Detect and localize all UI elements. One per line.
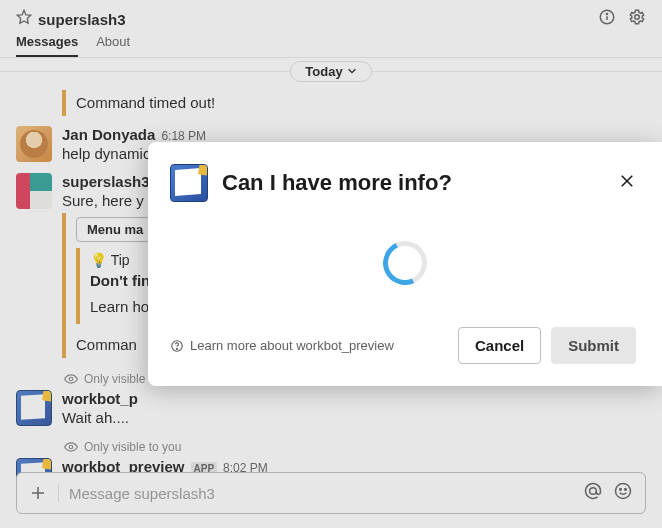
dialog-app-icon: [170, 164, 208, 202]
close-icon: [618, 172, 636, 190]
dialog: Can I have more info? Learn more about w…: [148, 142, 662, 386]
cancel-button[interactable]: Cancel: [458, 327, 541, 364]
help-icon: [170, 339, 184, 353]
loading-spinner: [377, 234, 433, 290]
dialog-title: Can I have more info?: [222, 170, 604, 196]
close-button[interactable]: [618, 172, 636, 194]
svg-point-15: [177, 348, 178, 349]
learn-more-link[interactable]: Learn more about workbot_preview: [170, 338, 448, 353]
submit-button[interactable]: Submit: [551, 327, 636, 364]
